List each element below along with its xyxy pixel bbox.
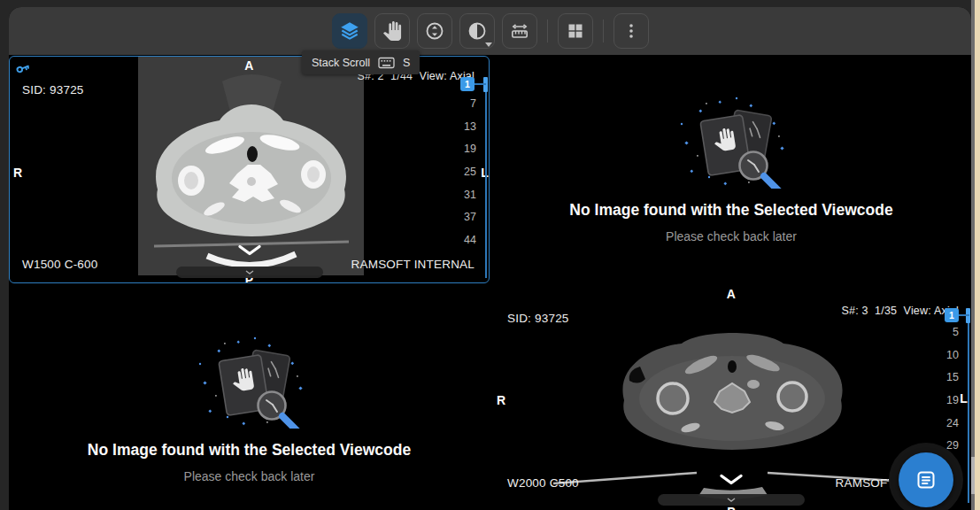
window-level-label: W2000 C500 xyxy=(507,476,579,490)
bottom-scroll-pill[interactable] xyxy=(176,267,323,278)
window-level-icon xyxy=(467,20,488,42)
window-level-dropdown-caret[interactable] xyxy=(485,42,492,47)
slice-number-column: 51015192429 xyxy=(946,321,959,458)
layout-grid-icon xyxy=(565,20,586,42)
slice-number: 25 xyxy=(464,161,476,184)
sid-label: SID: 93725 xyxy=(507,312,569,325)
scroll-down-chevron-icon[interactable] xyxy=(237,244,262,256)
slice-number: 5 xyxy=(953,321,959,344)
slice-scrollbar-track[interactable] xyxy=(968,308,969,503)
report-icon xyxy=(915,469,937,491)
current-slice-badge[interactable]: 1 xyxy=(945,308,959,322)
key-icon xyxy=(15,60,31,76)
scroll-updown-button[interactable] xyxy=(417,13,452,49)
toolbar xyxy=(9,7,971,55)
tooltip-label: Stack Scroll xyxy=(312,57,370,69)
viewport-top-left[interactable]: SID: 93725 A R L S#: 2 1/44 View: Axial … xyxy=(9,56,490,283)
scroll-updown-icon xyxy=(424,20,445,42)
orientation-right: L xyxy=(960,391,968,406)
window-level-button[interactable] xyxy=(459,13,495,49)
window-edge xyxy=(975,0,980,510)
slice-number: 15 xyxy=(946,367,959,390)
tooltip-shortcut: S xyxy=(403,57,410,69)
orientation-left: R xyxy=(13,166,22,180)
slice-number: 37 xyxy=(464,206,476,229)
empty-state-title: No Image found with the Selected Viewcod… xyxy=(569,201,892,220)
stack-scroll-tooltip: Stack Scroll S xyxy=(302,50,420,74)
viewer-app: Stack Scroll S xyxy=(9,7,971,510)
pan-button[interactable] xyxy=(374,13,410,49)
slice-number: 13 xyxy=(464,116,476,139)
institution-label: RAMSOFT INTERNAL xyxy=(351,258,475,271)
slice-badge-connector xyxy=(474,83,486,85)
toolbar-divider xyxy=(603,19,604,42)
slice-number: 7 xyxy=(470,93,476,116)
orientation-left: R xyxy=(497,393,505,407)
xray-cards-magnifier-illustration xyxy=(192,336,307,429)
empty-state-subtitle: Please check back later xyxy=(666,229,797,243)
orientation-top: A xyxy=(727,287,736,301)
empty-state: No Image found with the Selected Viewcod… xyxy=(9,285,490,510)
report-fab-button[interactable] xyxy=(899,452,953,507)
xray-cards-magnifier-illustration xyxy=(674,97,789,189)
slice-number: 31 xyxy=(464,184,476,207)
orientation-top: A xyxy=(244,58,253,73)
viewport-top-right[interactable]: No Image found with the Selected Viewcod… xyxy=(491,56,971,283)
toolbar-divider xyxy=(547,19,548,42)
slice-number-column: 7131925313744 xyxy=(464,93,476,252)
slice-number: 19 xyxy=(464,138,476,161)
pill-chevron-icon xyxy=(245,270,254,274)
stack-scroll-button[interactable] xyxy=(332,13,367,49)
empty-state: No Image found with the Selected Viewcod… xyxy=(491,56,971,283)
series-info: S#: 3 1/35 View: Axial xyxy=(842,305,959,317)
empty-state-subtitle: Please check back later xyxy=(184,469,315,483)
measure-button[interactable] xyxy=(502,13,537,49)
window-level-label: W1500 C-600 xyxy=(22,258,98,271)
bottom-scroll-pill[interactable] xyxy=(658,494,805,506)
pacs-viewer-window: { "toolbar": { "tools": [ {"name": "stac… xyxy=(0,0,980,510)
keyboard-icon xyxy=(378,57,395,69)
slice-number: 19 xyxy=(946,390,959,413)
pan-hand-icon xyxy=(382,21,402,41)
ct-image-axial-neck xyxy=(138,57,364,275)
slice-number: 10 xyxy=(946,344,959,367)
slice-number: 29 xyxy=(946,435,959,458)
slice-number: 44 xyxy=(464,229,476,252)
viewport-bottom-left[interactable]: No Image found with the Selected Viewcod… xyxy=(9,285,490,510)
current-slice-badge[interactable]: 1 xyxy=(460,77,475,91)
scroll-down-chevron-icon[interactable] xyxy=(719,474,744,485)
sid-label: SID: 93725 xyxy=(22,83,84,97)
slice-badge-connector xyxy=(958,314,969,316)
measure-ruler-icon xyxy=(509,20,530,42)
layout-button[interactable] xyxy=(558,13,593,49)
pill-chevron-icon xyxy=(727,498,736,502)
more-options-icon xyxy=(621,20,642,42)
slice-number: 24 xyxy=(946,413,959,436)
more-options-button[interactable] xyxy=(613,13,649,49)
stack-scroll-icon xyxy=(338,19,361,42)
slice-scrollbar-track[interactable] xyxy=(485,77,487,278)
empty-state-title: No Image found with the Selected Viewcod… xyxy=(88,441,411,460)
